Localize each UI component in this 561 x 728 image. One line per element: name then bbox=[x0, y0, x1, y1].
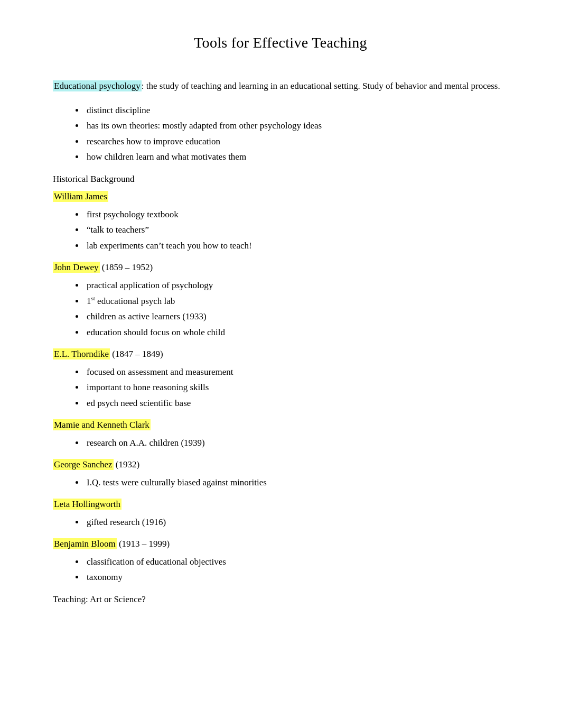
person-name: George Sanchez bbox=[53, 459, 114, 470]
intro-paragraph: Educational psychology: the study of tea… bbox=[53, 79, 508, 93]
person-name: John Dewey bbox=[53, 262, 100, 273]
list-item: ed psych need scientific base bbox=[85, 397, 508, 410]
person-dates: (1859 – 1952) bbox=[100, 262, 153, 272]
list-item: children as active learners (1933) bbox=[85, 310, 508, 324]
educational-psychology-term: Educational psychology bbox=[53, 80, 142, 91]
list-item: first psychology textbook bbox=[85, 208, 508, 222]
john-dewey-bullets: practical application of psychology 1st … bbox=[85, 279, 508, 339]
list-item: taxonomy bbox=[85, 570, 508, 584]
list-item: has its own theories: mostly adapted fro… bbox=[85, 119, 508, 133]
list-item: I.Q. tests were culturally biased agains… bbox=[85, 476, 508, 490]
list-item: 1st educational psych lab bbox=[85, 294, 508, 308]
person-name: William James bbox=[53, 191, 108, 202]
list-item: distinct discipline bbox=[85, 104, 508, 117]
mamie-kenneth-clark-bullets: research on A.A. children (1939) bbox=[85, 436, 508, 450]
person-el-thorndike: E.L. Thorndike (1847 – 1849) bbox=[53, 347, 508, 361]
list-item: research on A.A. children (1939) bbox=[85, 436, 508, 450]
person-dates: (1913 – 1999) bbox=[117, 539, 170, 549]
person-benjamin-bloom: Benjamin Bloom (1913 – 1999) bbox=[53, 537, 508, 551]
list-item: classification of educational objectives bbox=[85, 555, 508, 569]
list-item: practical application of psychology bbox=[85, 279, 508, 292]
person-mamie-kenneth-clark: Mamie and Kenneth Clark bbox=[53, 418, 508, 432]
leta-hollingworth-bullets: gifted research (1916) bbox=[85, 515, 508, 529]
list-item: gifted research (1916) bbox=[85, 515, 508, 529]
teaching-section-heading: Teaching: Art or Science? bbox=[53, 593, 508, 606]
list-item: lab experiments can’t teach you how to t… bbox=[85, 239, 508, 253]
intro-bullet-list: distinct discipline has its own theories… bbox=[85, 104, 508, 164]
person-william-james: William James bbox=[53, 190, 508, 204]
person-dates: (1932) bbox=[114, 459, 140, 469]
list-item: important to hone reasoning skills bbox=[85, 381, 508, 394]
person-leta-hollingworth: Leta Hollingworth bbox=[53, 497, 508, 511]
benjamin-bloom-bullets: classification of educational objectives… bbox=[85, 555, 508, 584]
list-item: researches how to improve education bbox=[85, 135, 508, 149]
list-item: how children learn and what motivates th… bbox=[85, 150, 508, 164]
el-thorndike-bullets: focused on assessment and measurement im… bbox=[85, 365, 508, 410]
list-item: “talk to teachers” bbox=[85, 223, 508, 237]
list-item: focused on assessment and measurement bbox=[85, 365, 508, 379]
list-item: education should focus on whole child bbox=[85, 326, 508, 339]
person-name: Benjamin Bloom bbox=[53, 538, 117, 549]
historical-background-heading: Historical Background bbox=[53, 172, 508, 186]
william-james-bullets: first psychology textbook “talk to teach… bbox=[85, 208, 508, 253]
person-dates: (1847 – 1849) bbox=[110, 349, 163, 359]
intro-definition: : the study of teaching and learning in … bbox=[142, 81, 500, 91]
person-john-dewey: John Dewey (1859 – 1952) bbox=[53, 261, 508, 274]
person-george-sanchez: George Sanchez (1932) bbox=[53, 458, 508, 472]
person-name: Leta Hollingworth bbox=[53, 499, 121, 510]
george-sanchez-bullets: I.Q. tests were culturally biased agains… bbox=[85, 476, 508, 490]
page-title: Tools for Effective Teaching bbox=[53, 32, 508, 54]
person-name: Mamie and Kenneth Clark bbox=[53, 419, 151, 430]
person-name: E.L. Thorndike bbox=[53, 348, 110, 360]
